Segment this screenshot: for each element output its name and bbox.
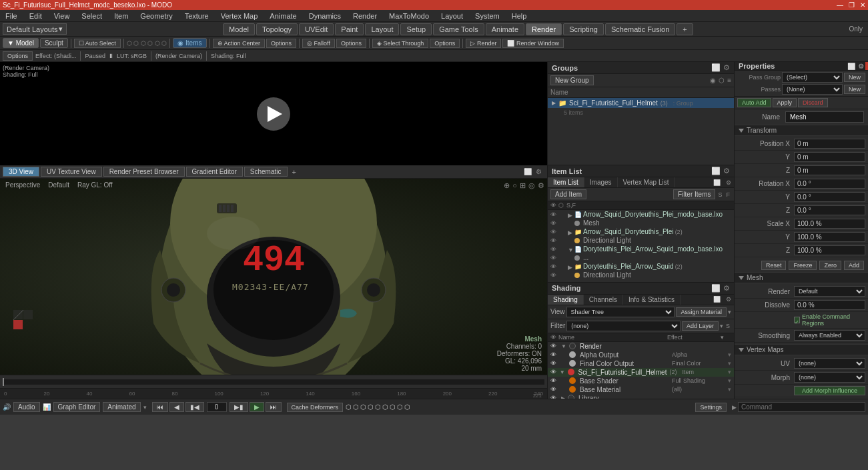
vp-tab-uvtexture[interactable]: UV Texture View <box>41 167 102 177</box>
new-passes-btn[interactable]: New <box>844 85 865 94</box>
menu-help[interactable]: Help <box>509 12 530 20</box>
select-through-btn[interactable]: ◈ Select Through <box>372 39 428 48</box>
menu-texture[interactable]: Texture <box>182 12 211 20</box>
tab-render[interactable]: Render <box>526 23 562 35</box>
vp-tab-gradient[interactable]: Gradient Editor <box>186 167 243 177</box>
item-list-settings-icon[interactable]: ⚙ <box>723 167 730 175</box>
groups-icon3[interactable]: ≡ <box>727 77 731 84</box>
groups-expand-icon[interactable]: ⬜ <box>711 63 721 72</box>
apply-btn[interactable]: Apply <box>773 98 797 107</box>
auto-select-btn[interactable]: ☐ Auto Select <box>74 39 121 48</box>
tab-schematic[interactable]: Schematic Fusion <box>605 23 675 35</box>
maximize-btn[interactable]: ❐ <box>849 1 855 9</box>
transport-prev-key[interactable]: ▮◀ <box>185 402 204 412</box>
reset-btn[interactable]: Reset <box>761 261 787 270</box>
discard-btn[interactable]: Discard <box>798 98 828 107</box>
vp-tab-3dview[interactable]: 3D View <box>3 167 39 177</box>
add-layer-btn[interactable]: Add Layer <box>682 321 719 331</box>
vertexmaps-section-header[interactable]: Vertex Maps <box>735 344 868 355</box>
uv-dropdown[interactable]: (none) <box>794 358 865 369</box>
falloff-btn[interactable]: ◎ Falloff <box>302 39 335 48</box>
viewport-maximize-icon[interactable]: ⬜ <box>524 168 532 175</box>
menu-item[interactable]: Item <box>111 12 131 20</box>
pass-group-dropdown[interactable]: (Select) <box>782 72 843 83</box>
pos-x-value[interactable]: 0 m <box>794 139 865 149</box>
item-mesh[interactable]: 👁 Mesh <box>548 219 734 227</box>
menu-view[interactable]: View <box>51 12 73 20</box>
group-item-helmet[interactable]: ▶ 📁 Sci_Fi_Futuristic_Full_Helmet (3) : … <box>548 98 734 108</box>
rot-x-value[interactable]: 0.0 ° <box>794 179 865 189</box>
options-sub-btn[interactable]: Options <box>3 51 33 61</box>
viewport-settings-icon2[interactable]: ⚙ <box>538 181 544 190</box>
transport-prev[interactable]: ◀ <box>169 402 184 412</box>
pos-y-value[interactable]: 0 m <box>794 152 865 162</box>
transport-play[interactable]: ▶ <box>250 402 264 412</box>
item-dory-group[interactable]: 👁 ▶ 📁 Doryteuthis_Plei_Arrow_Squid (2) <box>548 262 734 271</box>
item-dir-light-1[interactable]: 👁 Directional Light <box>548 236 734 245</box>
menu-maxtomodo[interactable]: MaxToModo <box>386 12 432 20</box>
shader-alpha[interactable]: 👁 Alpha Output Alpha ▾ <box>548 351 734 359</box>
options1-btn[interactable]: Options <box>266 39 296 48</box>
layout-dropdown[interactable]: Default Layouts ▾ <box>3 23 67 35</box>
passes-dropdown[interactable]: (None) <box>782 84 843 95</box>
tl-icon2[interactable]: ⬡ <box>353 403 359 411</box>
view-dropdown[interactable]: Shader Tree <box>566 307 675 317</box>
scale-z-value[interactable]: 100.0 % <box>794 245 865 255</box>
enable-cmd-checkbox[interactable] <box>794 317 800 323</box>
menu-select[interactable]: Select <box>79 12 105 20</box>
rot-y-value[interactable]: 0.0 ° <box>794 192 865 202</box>
tab-animate[interactable]: Animate <box>486 23 524 35</box>
filter-items-btn[interactable]: Filter Items <box>673 189 715 199</box>
transport-end[interactable]: ⏭ <box>266 402 282 412</box>
shader-base-shader[interactable]: 👁 Base Shader Full Shading ▾ <box>548 377 734 385</box>
tl-icon4[interactable]: ⬡ <box>368 403 374 411</box>
tab-gametools[interactable]: Game Tools <box>433 23 484 35</box>
viewport-icon4[interactable]: ◎ <box>528 181 535 190</box>
scale-x-value[interactable]: 100.0 % <box>794 219 865 229</box>
new-group-btn[interactable]: New Group <box>550 75 594 85</box>
close-btn[interactable]: ✕ <box>860 1 865 9</box>
rot-z-value[interactable]: 0.0 ° <box>794 205 865 215</box>
render-mode-dropdown[interactable]: Default <box>794 286 865 297</box>
dissolve-value[interactable]: 0.0 % <box>794 300 865 310</box>
graph-editor-btn[interactable]: Graph Editor <box>53 402 101 412</box>
menu-file[interactable]: File <box>3 12 20 20</box>
filter-dropdown[interactable]: (none) <box>566 321 681 331</box>
tab-paint[interactable]: Paint <box>335 23 364 35</box>
tl-icon7[interactable]: ⬡ <box>390 403 396 411</box>
mode-sculpt[interactable]: Sculpt <box>40 38 68 48</box>
new-pass-btn[interactable]: New <box>844 73 865 82</box>
menu-render[interactable]: Render <box>350 12 380 20</box>
transport-start[interactable]: ⏮ <box>152 402 168 412</box>
item-list-expand-icon[interactable]: ⬜ <box>711 167 721 175</box>
render-window-btn[interactable]: ⬜ Render Window <box>502 39 564 48</box>
morph-dropdown[interactable]: (none) <box>794 372 865 383</box>
props-expand-icon[interactable]: ⬜ <box>847 63 855 70</box>
zero-btn[interactable]: Zero <box>819 261 841 270</box>
tl-icon8[interactable]: ⬡ <box>397 403 403 411</box>
animated-btn[interactable]: Animated <box>103 402 140 412</box>
tab-info-stats[interactable]: Info & Statistics <box>623 295 681 305</box>
tab-topology[interactable]: Topology <box>256 23 298 35</box>
3d-viewport[interactable]: Perspective Default Ray GL: Off ⊕ ○ ⊞ ◎ … <box>0 179 547 375</box>
add-morph-btn[interactable]: Add Morph Influence <box>794 386 865 395</box>
settings-btn[interactable]: Settings <box>695 403 727 412</box>
pos-z-value[interactable]: 0 m <box>794 165 865 175</box>
audio-btn[interactable]: Audio <box>13 402 40 412</box>
menu-vertexmap[interactable]: Vertex Map <box>218 12 261 20</box>
tab-add[interactable]: + <box>677 23 693 35</box>
expand-5[interactable]: ▼ <box>568 247 573 252</box>
tl-icon3[interactable]: ⬡ <box>360 403 366 411</box>
tab-channels[interactable]: Channels <box>584 295 623 305</box>
scale-y-value[interactable]: 100.0 % <box>794 232 865 242</box>
groups-settings-icon[interactable]: ⚙ <box>723 63 730 72</box>
tab-uvedit[interactable]: UVEdit <box>299 23 334 35</box>
vp-tab-schematic[interactable]: Schematic <box>244 167 288 177</box>
tab-layout[interactable]: Layout <box>365 23 399 35</box>
menu-system[interactable]: System <box>472 12 502 20</box>
shading-settings2[interactable]: ⚙ <box>723 296 734 303</box>
expand-3[interactable]: ▶ <box>568 229 573 235</box>
menu-dynamics[interactable]: Dynamics <box>306 12 344 20</box>
options2-btn[interactable]: Options <box>336 39 366 48</box>
tab-shading[interactable]: Shading <box>548 295 584 305</box>
